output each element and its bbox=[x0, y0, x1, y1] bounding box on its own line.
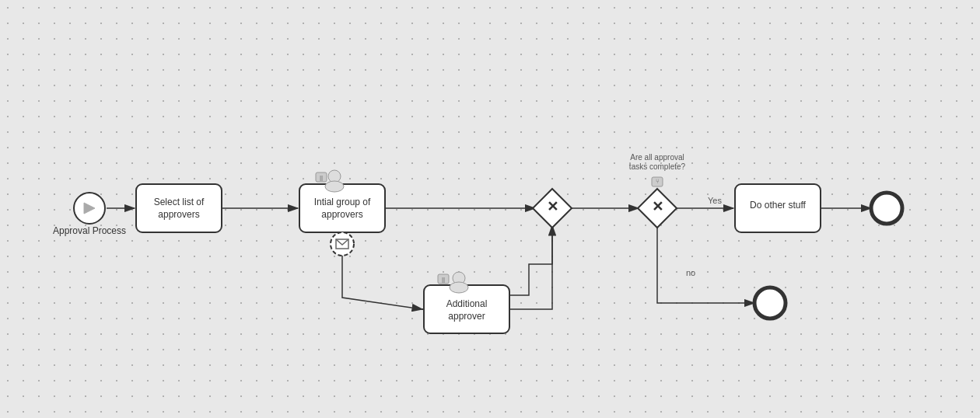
no-label: no bbox=[686, 268, 695, 277]
svg-text:⑂: ⑂ bbox=[656, 178, 660, 185]
task-additional-label-line1: Additional bbox=[446, 298, 488, 309]
conn-additional-gw1 bbox=[509, 225, 552, 295]
svg-point-23 bbox=[754, 287, 786, 319]
bpmn-diagram: Approval Process Select list of approver… bbox=[0, 0, 980, 418]
conn-boundary-additional bbox=[342, 251, 422, 309]
svg-text:||: || bbox=[442, 276, 445, 283]
task-initial-group[interactable]: || Intial group of approvers bbox=[299, 170, 385, 232]
svg-point-17 bbox=[871, 193, 902, 224]
svg-rect-5 bbox=[299, 184, 385, 232]
task-do-other-stuff[interactable]: Do other stuff bbox=[735, 184, 821, 232]
task-additional-approver[interactable]: || Additional approver bbox=[424, 272, 509, 333]
task-select-approvers[interactable]: Select list of approvers bbox=[136, 184, 222, 232]
task-initial-label-line1: Intial group of bbox=[314, 197, 371, 207]
start-event bbox=[74, 193, 105, 224]
svg-text:||: || bbox=[320, 174, 323, 181]
task-initial-label-line2: approvers bbox=[321, 209, 362, 220]
gateway-2[interactable]: Are all approval tasks complete? ⑂ ✕ bbox=[629, 153, 686, 228]
gateway-1[interactable]: ✕ bbox=[533, 189, 572, 228]
gateway-2-question-line1: Are all approval bbox=[630, 153, 684, 162]
yes-label: Yes bbox=[708, 196, 722, 205]
gateway-1-symbol: ✕ bbox=[547, 199, 558, 214]
start-event-label: Approval Process bbox=[53, 225, 126, 236]
gateway-2-question-line2: tasks complete? bbox=[629, 162, 686, 171]
task-other-label-line1: Do other stuff bbox=[750, 200, 806, 211]
boundary-event-email bbox=[331, 232, 354, 256]
task-additional-label-line2: approver bbox=[448, 311, 485, 322]
end-event-2 bbox=[754, 287, 786, 319]
conn-gw2-end2 bbox=[657, 225, 754, 303]
svg-point-10 bbox=[331, 232, 354, 256]
svg-point-7 bbox=[325, 181, 344, 192]
svg-point-20 bbox=[450, 282, 468, 293]
end-event bbox=[871, 193, 902, 224]
gateway-2-symbol: ✕ bbox=[652, 199, 663, 214]
task-select-label-line1: Select list of bbox=[154, 197, 205, 207]
svg-rect-4 bbox=[136, 184, 222, 232]
task-select-label-line2: approvers bbox=[158, 209, 199, 220]
